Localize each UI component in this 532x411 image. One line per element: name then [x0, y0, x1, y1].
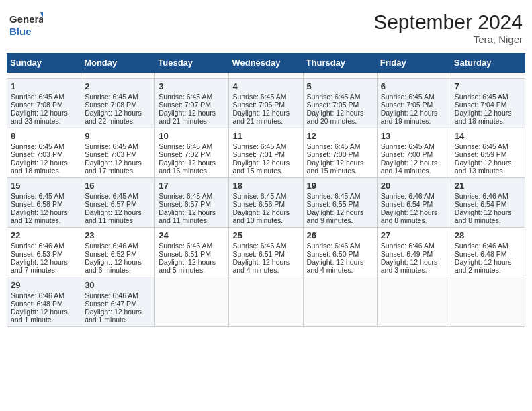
- day-number: 17: [159, 181, 225, 191]
- day-number: 13: [381, 131, 447, 141]
- calendar-cell: [303, 73, 377, 79]
- calendar-cell: 2Sunrise: 6:45 AMSunset: 7:08 PMDaylight…: [81, 79, 155, 128]
- day-number: 7: [455, 81, 521, 91]
- day-number: 11: [232, 131, 299, 141]
- day-number: 9: [85, 131, 151, 141]
- svg-text:Blue: Blue: [9, 26, 32, 37]
- day-number: 3: [159, 81, 225, 91]
- calendar-cell: 19Sunrise: 6:45 AMSunset: 6:55 PMDayligh…: [303, 178, 377, 228]
- day-number: 19: [307, 181, 373, 191]
- day-info: Sunrise: 6:45 AMSunset: 7:03 PMDaylight:…: [11, 142, 68, 175]
- calendar-cell: [377, 73, 451, 79]
- day-number: 14: [455, 131, 521, 141]
- day-number: 8: [11, 131, 77, 141]
- day-number: 15: [11, 181, 77, 191]
- day-info: Sunrise: 6:45 AMSunset: 7:01 PMDaylight:…: [232, 142, 290, 175]
- calendar-week-5: 29Sunrise: 6:46 AMSunset: 6:48 PMDayligh…: [7, 277, 525, 327]
- calendar-cell: 30Sunrise: 6:46 AMSunset: 6:47 PMDayligh…: [81, 277, 155, 327]
- calendar-cell: 11Sunrise: 6:45 AMSunset: 7:01 PMDayligh…: [229, 128, 303, 178]
- day-info: Sunrise: 6:45 AMSunset: 7:07 PMDaylight:…: [159, 93, 216, 125]
- day-info: Sunrise: 6:46 AMSunset: 6:54 PMDaylight:…: [381, 192, 438, 224]
- day-number: 10: [159, 131, 225, 141]
- calendar-cell: [229, 277, 303, 327]
- day-info: Sunrise: 6:45 AMSunset: 7:02 PMDaylight:…: [159, 142, 216, 175]
- calendar-cell: 12Sunrise: 6:45 AMSunset: 7:00 PMDayligh…: [303, 128, 377, 178]
- day-number: 29: [11, 280, 77, 290]
- calendar-week-3: 15Sunrise: 6:45 AMSunset: 6:58 PMDayligh…: [7, 178, 525, 228]
- day-info: Sunrise: 6:45 AMSunset: 6:57 PMDaylight:…: [159, 192, 216, 224]
- day-info: Sunrise: 6:45 AMSunset: 7:05 PMDaylight:…: [381, 93, 438, 125]
- calendar-cell: 14Sunrise: 6:45 AMSunset: 6:59 PMDayligh…: [451, 128, 525, 178]
- day-number: 6: [381, 81, 447, 91]
- day-number: 24: [159, 230, 225, 240]
- calendar-cell: 5Sunrise: 6:45 AMSunset: 7:05 PMDaylight…: [303, 79, 377, 128]
- day-info: Sunrise: 6:46 AMSunset: 6:54 PMDaylight:…: [455, 192, 512, 224]
- svg-text:General: General: [9, 13, 43, 25]
- day-info: Sunrise: 6:46 AMSunset: 6:49 PMDaylight:…: [381, 242, 438, 274]
- weekday-header-thursday: Thursday: [303, 54, 377, 73]
- weekday-header-saturday: Saturday: [451, 54, 525, 73]
- day-info: Sunrise: 6:46 AMSunset: 6:51 PMDaylight:…: [232, 242, 290, 274]
- day-number: 20: [381, 181, 447, 191]
- month-title: September 2024: [373, 11, 523, 34]
- day-info: Sunrise: 6:45 AMSunset: 6:56 PMDaylight:…: [232, 192, 290, 224]
- day-info: Sunrise: 6:46 AMSunset: 6:53 PMDaylight:…: [11, 242, 68, 274]
- calendar-week-1: 1Sunrise: 6:45 AMSunset: 7:08 PMDaylight…: [7, 79, 525, 128]
- weekday-header-wednesday: Wednesday: [229, 54, 303, 73]
- day-info: Sunrise: 6:45 AMSunset: 6:55 PMDaylight:…: [307, 192, 364, 224]
- calendar-cell: 27Sunrise: 6:46 AMSunset: 6:49 PMDayligh…: [377, 228, 451, 277]
- calendar-cell: 16Sunrise: 6:45 AMSunset: 6:57 PMDayligh…: [81, 178, 155, 228]
- day-info: Sunrise: 6:46 AMSunset: 6:47 PMDaylight:…: [85, 291, 142, 324]
- location-title: Tera, Niger: [373, 34, 523, 45]
- day-info: Sunrise: 6:46 AMSunset: 6:52 PMDaylight:…: [85, 242, 142, 274]
- calendar-week-4: 22Sunrise: 6:46 AMSunset: 6:53 PMDayligh…: [7, 228, 525, 277]
- weekday-header-row: SundayMondayTuesdayWednesdayThursdayFrid…: [7, 54, 525, 73]
- calendar-cell: 3Sunrise: 6:45 AMSunset: 7:07 PMDaylight…: [155, 79, 229, 128]
- day-info: Sunrise: 6:45 AMSunset: 6:57 PMDaylight:…: [85, 192, 142, 224]
- day-number: 5: [307, 81, 373, 91]
- calendar-cell: 9Sunrise: 6:45 AMSunset: 7:03 PMDaylight…: [81, 128, 155, 178]
- calendar-cell: 26Sunrise: 6:46 AMSunset: 6:50 PMDayligh…: [303, 228, 377, 277]
- calendar-cell: 10Sunrise: 6:45 AMSunset: 7:02 PMDayligh…: [155, 128, 229, 178]
- calendar-cell: 1Sunrise: 6:45 AMSunset: 7:08 PMDaylight…: [7, 79, 81, 128]
- weekday-header-monday: Monday: [81, 54, 155, 73]
- calendar-cell: 4Sunrise: 6:45 AMSunset: 7:06 PMDaylight…: [229, 79, 303, 128]
- calendar-cell: 6Sunrise: 6:45 AMSunset: 7:05 PMDaylight…: [377, 79, 451, 128]
- logo: General Blue: [9, 11, 43, 40]
- calendar-cell: [81, 73, 155, 79]
- calendar-cell: 28Sunrise: 6:46 AMSunset: 6:48 PMDayligh…: [451, 228, 525, 277]
- day-number: 27: [381, 230, 447, 240]
- calendar-table: SundayMondayTuesdayWednesdayThursdayFrid…: [7, 53, 525, 327]
- weekday-header-sunday: Sunday: [7, 54, 81, 73]
- day-number: 16: [85, 181, 151, 191]
- calendar-cell: 20Sunrise: 6:46 AMSunset: 6:54 PMDayligh…: [377, 178, 451, 228]
- day-number: 1: [11, 81, 77, 91]
- day-info: Sunrise: 6:45 AMSunset: 7:05 PMDaylight:…: [307, 93, 364, 125]
- day-number: 25: [232, 230, 299, 240]
- day-number: 2: [85, 81, 151, 91]
- calendar-cell: [155, 73, 229, 79]
- calendar-cell: [303, 277, 377, 327]
- day-number: 18: [232, 181, 299, 191]
- day-info: Sunrise: 6:46 AMSunset: 6:48 PMDaylight:…: [455, 242, 512, 274]
- calendar-week-2: 8Sunrise: 6:45 AMSunset: 7:03 PMDaylight…: [7, 128, 525, 178]
- day-number: 28: [455, 230, 521, 240]
- day-number: 4: [232, 81, 299, 91]
- day-number: 22: [11, 230, 77, 240]
- title-block: September 2024 Tera, Niger: [373, 11, 523, 45]
- calendar-cell: [7, 73, 81, 79]
- day-info: Sunrise: 6:46 AMSunset: 6:51 PMDaylight:…: [159, 242, 216, 274]
- day-info: Sunrise: 6:45 AMSunset: 7:08 PMDaylight:…: [85, 93, 142, 125]
- calendar-cell: 23Sunrise: 6:46 AMSunset: 6:52 PMDayligh…: [81, 228, 155, 277]
- calendar-cell: 7Sunrise: 6:45 AMSunset: 7:04 PMDaylight…: [451, 79, 525, 128]
- day-number: 23: [85, 230, 151, 240]
- weekday-header-tuesday: Tuesday: [155, 54, 229, 73]
- calendar-cell: 22Sunrise: 6:46 AMSunset: 6:53 PMDayligh…: [7, 228, 81, 277]
- calendar-cell: 17Sunrise: 6:45 AMSunset: 6:57 PMDayligh…: [155, 178, 229, 228]
- calendar-cell: 29Sunrise: 6:46 AMSunset: 6:48 PMDayligh…: [7, 277, 81, 327]
- calendar-cell: 13Sunrise: 6:45 AMSunset: 7:00 PMDayligh…: [377, 128, 451, 178]
- day-info: Sunrise: 6:45 AMSunset: 7:00 PMDaylight:…: [307, 142, 364, 175]
- calendar-cell: 21Sunrise: 6:46 AMSunset: 6:54 PMDayligh…: [451, 178, 525, 228]
- calendar-cell: 25Sunrise: 6:46 AMSunset: 6:51 PMDayligh…: [229, 228, 303, 277]
- day-number: 30: [85, 280, 151, 290]
